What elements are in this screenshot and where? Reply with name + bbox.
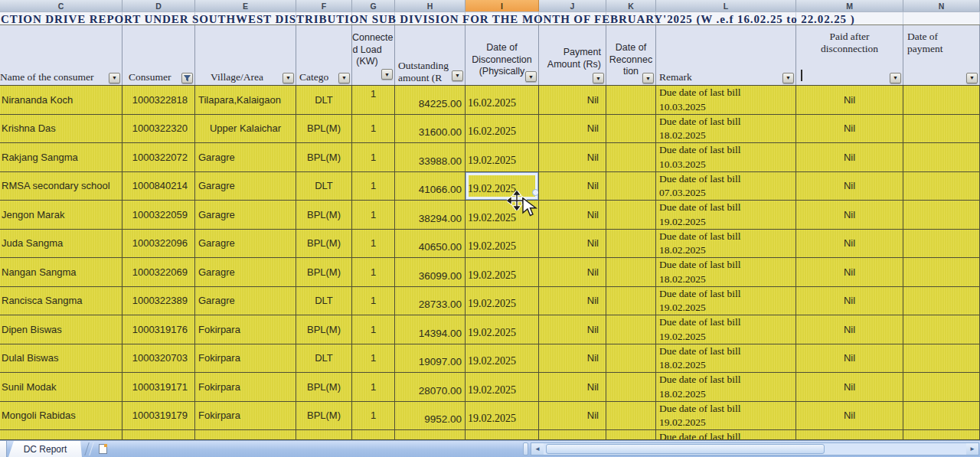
cell-disconnection-date[interactable]: 19.02.2025 xyxy=(466,315,539,344)
cell-paid-after-disconnection[interactable]: Nil xyxy=(796,201,903,230)
cell-name[interactable]: Sunil Modak xyxy=(0,373,122,402)
cell-reconnection-date[interactable] xyxy=(606,172,656,201)
cell-connected-load[interactable]: 1 xyxy=(352,287,395,316)
cell-village[interactable]: Fokirpara xyxy=(195,402,296,431)
cell-remark[interactable]: Due date of last bill 19.02.2025 xyxy=(656,315,796,344)
cell-reconnection-date[interactable] xyxy=(606,230,656,259)
column-header-c[interactable]: C xyxy=(0,0,122,11)
cell-connected-load[interactable]: 1 xyxy=(352,344,395,374)
filter-dropdown-button[interactable]: ▼ xyxy=(890,73,901,83)
cell-disconnection-date[interactable]: 19.02.2025 xyxy=(466,201,539,230)
cell-date-of-payment[interactable] xyxy=(903,402,980,431)
cell-remark[interactable]: Due date of last bill 10.03.2025 xyxy=(656,143,796,172)
cell-disconnection-date[interactable]: 19.02.2025 xyxy=(466,344,539,374)
header-name-of-consumer[interactable]: Name of the consumer ▼ xyxy=(0,25,122,85)
cell-name[interactable]: Krishna Das xyxy=(0,115,122,144)
insert-worksheet-button[interactable] xyxy=(94,441,111,457)
cell-outstanding-amount[interactable]: 40650.00 xyxy=(395,230,466,259)
tab-scroll-splitter[interactable] xyxy=(523,442,528,455)
cell-consumer-number[interactable]: 1000322072 xyxy=(122,143,195,172)
cell-reconnection-date[interactable] xyxy=(606,373,656,402)
header-outstanding-amount[interactable]: Outstanding amount (R ▼ xyxy=(395,25,466,85)
cell-village[interactable]: Upper Kalaichar xyxy=(195,115,296,144)
cell-paid-after-disconnection[interactable]: Nil xyxy=(796,344,903,374)
cell-name[interactable]: Dipen Biswas xyxy=(0,315,122,344)
cell-payment-amount[interactable]: Nil xyxy=(539,258,606,287)
cell-payment-amount[interactable]: Nil xyxy=(539,115,606,144)
cell-paid-after-disconnection[interactable]: Nil xyxy=(796,143,903,172)
cell-village[interactable]: Garagre xyxy=(195,201,296,230)
column-header-f[interactable]: F xyxy=(296,0,352,11)
cell-connected-load[interactable]: 1 xyxy=(352,230,395,259)
cell-connected-load[interactable]: 1 xyxy=(352,201,395,230)
cell-name[interactable]: Mongoli Rabidas xyxy=(0,402,122,431)
cell-village[interactable]: Garagre xyxy=(195,230,296,259)
header-date-of-disconnection[interactable]: Date of Disconnection (Physically ▼ xyxy=(466,25,539,85)
cell-paid-after-disconnection[interactable]: Nil xyxy=(796,230,903,259)
cell-village[interactable]: Garagre xyxy=(195,287,296,316)
cell-outstanding-amount[interactable]: 28733.00 xyxy=(395,287,466,316)
cell-remark[interactable]: Due date of last bill 18.02.2025 xyxy=(656,230,796,259)
cell-outstanding-amount[interactable]: 9952.00 xyxy=(395,402,466,431)
column-header-i-highlighted[interactable]: I xyxy=(466,0,539,11)
cell-village[interactable]: Garagre xyxy=(195,172,296,201)
cell-paid-after-disconnection[interactable]: Nil xyxy=(796,287,903,316)
cell-category[interactable]: BPL(M) xyxy=(296,143,352,172)
cell-disconnection-date[interactable]: 19.02.2025 xyxy=(466,143,539,172)
cell-name[interactable]: Rancisca Sangma xyxy=(0,287,122,316)
cell-date-of-payment[interactable] xyxy=(903,143,980,172)
cell-consumer-number[interactable]: 1000319176 xyxy=(122,315,195,344)
cell-connected-load[interactable]: 1 xyxy=(352,172,395,201)
scrollbar-thumb[interactable] xyxy=(546,444,825,454)
column-header-d[interactable]: D xyxy=(122,0,195,11)
cell-category[interactable]: BPL(M) xyxy=(296,115,352,144)
cell-name[interactable]: Juda Sangma xyxy=(0,230,122,259)
header-paid-after-disconnection[interactable]: Paid after disconnection ▼ xyxy=(796,25,903,85)
cell-category[interactable]: DLT xyxy=(296,86,352,115)
header-consumer[interactable]: Consumer xyxy=(122,25,195,85)
cell-payment-amount[interactable]: Nil xyxy=(539,143,606,172)
cell-date-of-payment[interactable] xyxy=(903,373,980,402)
filter-dropdown-button[interactable]: ▼ xyxy=(782,73,794,83)
cell-remark[interactable]: Due date of last bill 07.03.2025 xyxy=(656,172,796,201)
cell-outstanding-amount[interactable]: 28070.00 xyxy=(395,373,466,402)
cell-village[interactable]: Tilapara,Kalaigaon xyxy=(195,86,296,115)
column-header-e[interactable]: E xyxy=(195,0,296,11)
cell-category[interactable]: BPL(M) xyxy=(296,373,352,402)
cell-payment-amount[interactable]: Nil xyxy=(539,402,606,431)
cell-category[interactable]: BPL(M) xyxy=(296,258,352,287)
filter-dropdown-button[interactable]: ▼ xyxy=(452,70,463,81)
cell-outstanding-amount[interactable]: 41066.00 xyxy=(395,172,466,201)
cell-category[interactable]: BPL(M) xyxy=(296,402,352,431)
cell-village[interactable]: Fokirpara xyxy=(195,344,296,374)
cell-reconnection-date[interactable] xyxy=(606,115,656,144)
cell-remark[interactable]: Due date of last bill xyxy=(656,430,796,440)
header-payment-amount[interactable]: Payment Amount (Rs) ▼ xyxy=(539,25,606,85)
column-header-h[interactable]: H xyxy=(395,0,466,11)
cell-date-of-payment[interactable] xyxy=(903,115,980,144)
cell-category[interactable]: BPL(M) xyxy=(296,315,352,344)
cell-consumer-number[interactable]: 1000322320 xyxy=(122,115,195,144)
cell-name[interactable]: Nirananda Koch xyxy=(0,86,122,115)
cell-consumer-number[interactable]: 1000322069 xyxy=(122,258,195,287)
cell-category[interactable]: DLT xyxy=(296,287,352,316)
header-village-area[interactable]: Village/Area ▼ xyxy=(195,25,296,85)
cell-disconnection-date[interactable]: 19.02.2025 xyxy=(466,373,539,402)
cell-connected-load[interactable]: 1 xyxy=(352,86,395,115)
cell-reconnection-date[interactable] xyxy=(606,258,656,287)
filter-dropdown-button[interactable]: ▼ xyxy=(642,73,654,83)
cell-paid-after-disconnection[interactable]: Nil xyxy=(796,172,903,201)
cell-date-of-payment[interactable] xyxy=(903,230,980,259)
cell-outstanding-amount[interactable]: 38294.00 xyxy=(395,201,466,230)
cell-category[interactable]: BPL(M) xyxy=(296,230,352,259)
cell-disconnection-date[interactable]: 19.02.2025 xyxy=(466,230,539,259)
filter-applied-button[interactable] xyxy=(181,73,193,83)
cell-reconnection-date[interactable] xyxy=(606,201,656,230)
cell-disconnection-date[interactable]: 16.02.2025 xyxy=(466,115,539,144)
cell-payment-amount[interactable]: Nil xyxy=(539,86,606,115)
cell-paid-after-disconnection[interactable]: Nil xyxy=(796,373,903,402)
cell-name[interactable]: Jengon Marak xyxy=(0,201,122,230)
cell-outstanding-amount[interactable]: 14394.00 xyxy=(395,315,466,344)
cell-remark[interactable]: Due date of last bill 19.02.2025 xyxy=(656,201,796,230)
cell-paid-after-disconnection[interactable]: Nil xyxy=(796,115,903,144)
